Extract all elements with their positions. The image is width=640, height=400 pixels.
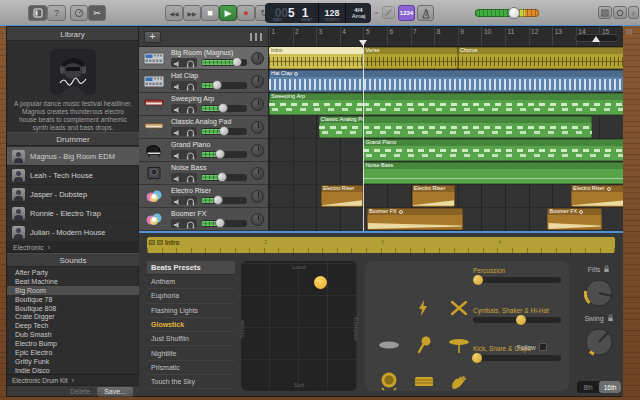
- delete-button[interactable]: Delete: [70, 388, 90, 395]
- solo-button[interactable]: [186, 54, 195, 72]
- solo-button[interactable]: [186, 146, 195, 164]
- lcd-display[interactable]: 00 5 1 BAR BEAT 128 TEMPO 4/4 Amaj: [265, 3, 371, 23]
- drummer-item[interactable]: Julian - Modern House: [7, 223, 139, 242]
- sound-item[interactable]: Big Room: [7, 286, 139, 295]
- solo-button[interactable]: [186, 100, 195, 118]
- pan-knob[interactable]: [251, 144, 264, 157]
- library-toggle-button[interactable]: [28, 5, 47, 21]
- region-electro-riser[interactable]: Electro Riser: [321, 185, 363, 207]
- notepad-button[interactable]: [598, 6, 612, 19]
- region-electro-riser[interactable]: Electro Riser: [571, 185, 623, 207]
- drummer-item[interactable]: Jasper - Dubstep: [7, 185, 139, 204]
- sound-item[interactable]: Epic Electro: [7, 348, 139, 357]
- beat-preset-item[interactable]: Just Shufflin: [147, 332, 235, 346]
- xy-pad[interactable]: Loud Soft Simple Complex: [241, 261, 357, 391]
- mute-button[interactable]: [173, 215, 181, 233]
- drummer-item[interactable]: Magnus - Big Room EDM: [7, 147, 139, 166]
- count-in-button[interactable]: 1234: [398, 5, 415, 21]
- mixer-icon[interactable]: [250, 33, 262, 41]
- sound-item[interactable]: Dub Smash: [7, 330, 139, 339]
- swing-knob[interactable]: [581, 324, 617, 360]
- pan-knob[interactable]: [251, 98, 264, 111]
- drummer-slider-knob[interactable]: [516, 315, 526, 325]
- region-intro[interactable]: Intro: [269, 47, 363, 69]
- master-volume-slider[interactable]: [475, 9, 539, 17]
- clap-hand-icon[interactable]: [449, 371, 471, 391]
- track-header-row[interactable]: Sweeping Arp: [139, 93, 269, 116]
- beat-preset-item[interactable]: Flashing Lights: [147, 304, 235, 318]
- track-volume-slider[interactable]: [201, 151, 247, 158]
- rewind-button[interactable]: ◀◀: [165, 5, 183, 21]
- sound-item[interactable]: Gritty Funk: [7, 357, 139, 366]
- shaker-icon[interactable]: [415, 335, 437, 355]
- follow-checkbox[interactable]: [539, 343, 547, 351]
- track-volume-slider[interactable]: [201, 82, 247, 89]
- forward-button[interactable]: ▶▶: [183, 5, 201, 21]
- beat-preset-item[interactable]: Nightlife: [147, 346, 235, 360]
- editors-button[interactable]: ✂: [88, 5, 106, 21]
- drummer-slider[interactable]: [473, 277, 561, 283]
- drummer-slider-knob[interactable]: [472, 353, 482, 363]
- track-header-row[interactable]: Noise Bass: [139, 162, 269, 185]
- beat-preset-item[interactable]: Glowstick: [147, 318, 235, 332]
- mute-button[interactable]: [173, 146, 181, 164]
- lcd-chevron-icon[interactable]: ⌄: [373, 7, 380, 16]
- sound-item[interactable]: Indie Disco: [7, 366, 139, 374]
- volume-knob[interactable]: [213, 195, 223, 205]
- region-clip[interactable]: [363, 93, 623, 115]
- xy-pad-puck[interactable]: [314, 276, 327, 289]
- mute-button[interactable]: [173, 123, 181, 141]
- pan-knob[interactable]: [251, 121, 264, 134]
- mute-button[interactable]: [173, 192, 181, 210]
- track-volume-slider[interactable]: [201, 220, 247, 227]
- pan-knob[interactable]: [251, 75, 264, 88]
- region-grand-piano[interactable]: Grand Piano: [363, 139, 623, 161]
- volume-knob[interactable]: [218, 103, 228, 113]
- loop-browser-button[interactable]: [613, 6, 627, 19]
- beat-preset-item[interactable]: Touch the Sky: [147, 375, 235, 389]
- smart-controls-button[interactable]: [70, 5, 88, 21]
- sound-item[interactable]: Boutique 78: [7, 295, 139, 304]
- snare-drum-icon[interactable]: [413, 373, 435, 393]
- sound-item[interactable]: Electro Bump: [7, 339, 139, 348]
- solo-button[interactable]: [186, 192, 195, 210]
- track-volume-slider[interactable]: [201, 59, 247, 66]
- mute-button[interactable]: [173, 77, 181, 95]
- track-header-row[interactable]: Hat Clap: [139, 70, 269, 93]
- mute-button[interactable]: [173, 54, 181, 72]
- sound-item[interactable]: Boutique 808: [7, 304, 139, 313]
- track-header-row[interactable]: Big Room (Magnus): [139, 47, 269, 70]
- solo-button[interactable]: [186, 123, 195, 141]
- add-track-button[interactable]: +: [144, 31, 161, 43]
- editor-region-icon[interactable]: [149, 240, 155, 245]
- region-chorus[interactable]: Chorus: [458, 47, 623, 69]
- sound-item[interactable]: Deep Tech: [7, 321, 139, 330]
- drummer-item[interactable]: Ronnie - Electro Trap: [7, 204, 139, 223]
- volume-knob[interactable]: [215, 218, 225, 228]
- fills-knob[interactable]: [581, 275, 617, 311]
- ride-cymbal-icon[interactable]: [377, 337, 399, 357]
- pan-knob[interactable]: [251, 190, 264, 203]
- volume-knob[interactable]: [219, 126, 229, 136]
- solo-button[interactable]: [186, 77, 195, 95]
- drummer-slider[interactable]: [473, 317, 561, 323]
- pan-knob[interactable]: [251, 213, 264, 226]
- region-noise-bass[interactable]: Noise Bass: [363, 162, 623, 184]
- drumsticks-icon[interactable]: [449, 299, 471, 319]
- record-button[interactable]: ●: [237, 5, 255, 21]
- play-button[interactable]: ▶: [219, 5, 237, 21]
- kick-drum-icon[interactable]: [379, 371, 401, 391]
- volume-knob[interactable]: [215, 149, 225, 159]
- track-header-row[interactable]: Boomer FX: [139, 208, 269, 231]
- pan-knob[interactable]: [251, 167, 264, 180]
- region-clip[interactable]: [363, 116, 592, 138]
- beat-preset-item[interactable]: Anthem: [147, 275, 235, 289]
- lightning-icon[interactable]: [415, 299, 437, 319]
- hihat-icon[interactable]: [447, 335, 469, 355]
- sound-item[interactable]: After Party: [7, 268, 139, 277]
- drummer-item[interactable]: Leah - Tech House: [7, 166, 139, 185]
- volume-knob[interactable]: [212, 80, 222, 90]
- solo-button[interactable]: [186, 215, 195, 233]
- track-header-row[interactable]: Grand Piano: [139, 139, 269, 162]
- editor-region-ruler[interactable]: Intro 2 3 4: [147, 237, 615, 253]
